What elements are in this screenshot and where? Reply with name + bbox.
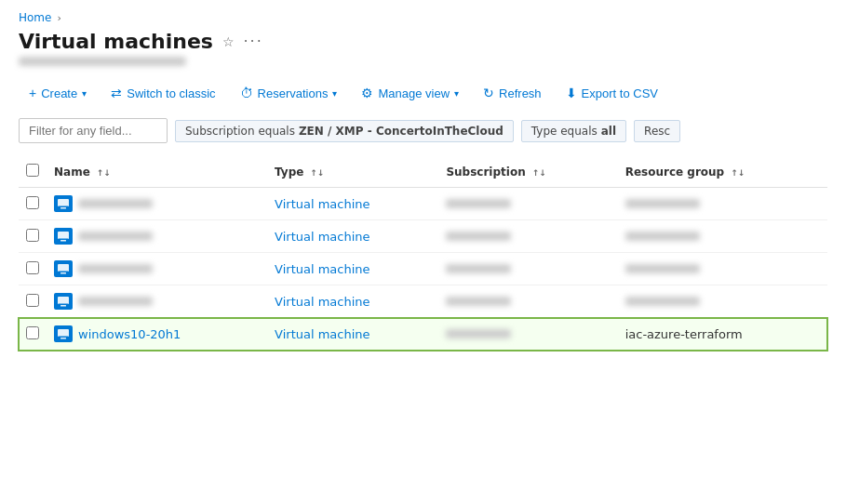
svg-rect-0 (58, 199, 69, 206)
row5-rg-cell: iac-azure-terraform (618, 318, 827, 351)
export-icon: ⬇ (566, 86, 577, 100)
row1-subscription-cell (438, 188, 617, 220)
svg-rect-2 (59, 206, 68, 206)
switch-icon: ⇄ (111, 86, 122, 100)
resource-group-sort-icon: ↑↓ (731, 168, 745, 178)
filter-type-tag[interactable]: Type equals all (521, 120, 626, 142)
refresh-button[interactable]: ↻ Refresh (473, 79, 552, 107)
row1-type-cell: Virtual machine (267, 188, 438, 220)
svg-rect-10 (60, 305, 66, 307)
table-header-row: Name ↑↓ Type ↑↓ Subscription ↑↓ Resource… (19, 158, 827, 188)
create-icon: + (29, 86, 36, 100)
filter-bar: Subscription equals ZEN / XMP - Concerto… (19, 118, 827, 143)
row4-name-cell (47, 285, 267, 318)
row1-checkbox[interactable] (26, 196, 39, 209)
breadcrumb-separator: › (57, 12, 60, 24)
filter-subscription-tag[interactable]: Subscription equals ZEN / XMP - Concerto… (175, 120, 514, 142)
row4-name-blurred (78, 297, 153, 306)
breadcrumb: Home › (19, 11, 827, 24)
row2-name-blurred (78, 232, 153, 241)
page-title: Virtual machines (19, 30, 213, 53)
switch-classic-label: Switch to classic (127, 86, 215, 100)
reservations-button[interactable]: ⏱ Reservations ▾ (230, 79, 348, 107)
svg-rect-14 (59, 336, 68, 337)
create-label: Create (41, 86, 77, 100)
svg-rect-13 (60, 338, 66, 339)
svg-rect-4 (60, 240, 66, 242)
pin-icon[interactable]: ☆ (222, 34, 235, 49)
filter-input[interactable] (19, 118, 168, 143)
row2-name-cell (47, 220, 267, 253)
row4-type-cell: Virtual machine (267, 285, 438, 318)
row1-name-blurred (78, 199, 153, 208)
vm-icon (54, 228, 73, 245)
table-row[interactable]: Virtual machine (19, 188, 827, 220)
resource-group-column-header[interactable]: Resource group ↑↓ (618, 158, 827, 188)
page-title-row: Virtual machines ☆ ··· (19, 30, 827, 53)
row1-checkbox-cell[interactable] (19, 188, 47, 220)
create-chevron-icon: ▾ (82, 88, 87, 99)
row5-subscription-cell (438, 318, 617, 351)
row5-checkbox-cell[interactable] (19, 318, 47, 351)
row4-checkbox[interactable] (26, 294, 39, 307)
manage-view-chevron-icon: ▾ (454, 88, 459, 99)
table-row[interactable]: Virtual machine (19, 220, 827, 253)
row3-name-cell (47, 253, 267, 285)
select-all-header[interactable] (19, 158, 47, 188)
name-sort-icon: ↑↓ (97, 168, 111, 178)
vm-icon (54, 293, 73, 310)
row3-type-cell: Virtual machine (267, 253, 438, 285)
svg-rect-6 (58, 264, 69, 272)
subscription-sort-icon: ↑↓ (532, 168, 546, 178)
manage-view-label: Manage view (378, 86, 450, 100)
switch-classic-button[interactable]: ⇄ Switch to classic (101, 79, 225, 107)
table-row[interactable]: windows10-20h1 Virtual machine iac-azure… (19, 318, 827, 351)
svg-rect-7 (60, 272, 66, 274)
row2-checkbox-cell[interactable] (19, 220, 47, 253)
filter-subscription-prefix: Subscription equals (185, 125, 295, 138)
row2-checkbox[interactable] (26, 229, 39, 242)
filter-subscription-value: ZEN / XMP - ConcertoInTheCloud (299, 125, 504, 138)
row5-type-cell: Virtual machine (267, 318, 438, 351)
export-csv-button[interactable]: ⬇ Export to CSV (556, 79, 668, 107)
row2-type-cell: Virtual machine (267, 220, 438, 253)
subscription-column-header[interactable]: Subscription ↑↓ (438, 158, 617, 188)
table-row[interactable]: Virtual machine (19, 253, 827, 285)
type-sort-icon: ↑↓ (311, 168, 325, 178)
vm-icon (54, 260, 73, 277)
row1-rg-cell (618, 188, 827, 220)
svg-rect-12 (58, 329, 69, 337)
manage-view-button[interactable]: ⚙ Manage view ▾ (351, 79, 469, 107)
refresh-icon: ↻ (483, 86, 494, 100)
row3-rg-cell (618, 253, 827, 285)
reservations-chevron-icon: ▾ (332, 88, 337, 99)
vm-icon (54, 325, 73, 342)
filter-resource-text: Resc (644, 125, 670, 138)
row4-subscription-cell (438, 285, 617, 318)
create-button[interactable]: + Create ▾ (19, 79, 97, 107)
type-column-header[interactable]: Type ↑↓ (267, 158, 438, 188)
reservations-icon: ⏱ (240, 86, 253, 100)
row3-checkbox[interactable] (26, 261, 39, 274)
row5-name-cell: windows10-20h1 (47, 318, 267, 351)
svg-rect-8 (59, 271, 68, 272)
refresh-label: Refresh (499, 86, 542, 100)
more-options-icon[interactable]: ··· (244, 33, 263, 50)
filter-resource-tag[interactable]: Resc (634, 120, 680, 142)
row4-checkbox-cell[interactable] (19, 285, 47, 318)
row1-name-cell (47, 188, 267, 220)
name-column-header[interactable]: Name ↑↓ (47, 158, 267, 188)
toolbar: + Create ▾ ⇄ Switch to classic ⏱ Reserva… (19, 79, 827, 107)
breadcrumb-home[interactable]: Home (19, 11, 51, 24)
row3-checkbox-cell[interactable] (19, 253, 47, 285)
select-all-checkbox[interactable] (26, 164, 39, 177)
svg-rect-11 (59, 303, 68, 304)
row5-checkbox[interactable] (26, 326, 39, 339)
row2-rg-cell (618, 220, 827, 253)
row5-vm-name-link[interactable]: windows10-20h1 (78, 327, 181, 341)
row3-name-blurred (78, 264, 153, 273)
reservations-label: Reservations (258, 86, 329, 100)
vm-icon (54, 195, 73, 212)
table-row[interactable]: Virtual machine (19, 285, 827, 318)
vm-table: Name ↑↓ Type ↑↓ Subscription ↑↓ Resource… (19, 158, 827, 351)
